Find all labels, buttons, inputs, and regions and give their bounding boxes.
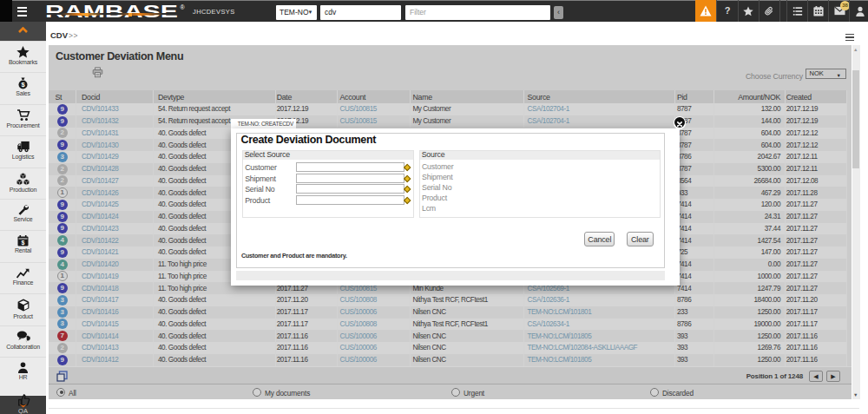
svg-text:$: $ (22, 240, 25, 246)
